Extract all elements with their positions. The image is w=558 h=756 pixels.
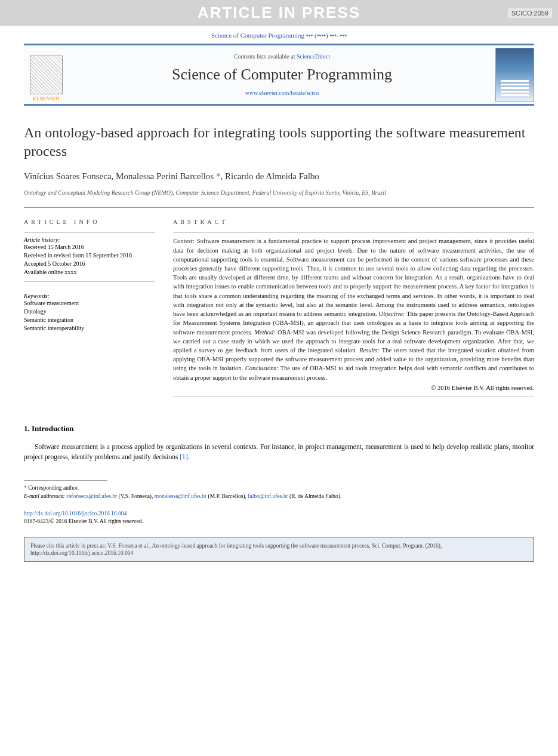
journal-reference-line: Science of Computer Programming ••• (•••…: [0, 26, 558, 44]
issn-copyright-line: 0167-6423/© 2016 Elsevier B.V. All right…: [24, 518, 534, 525]
author-1[interactable]: Vinícius Soares Fonseca: [24, 171, 112, 181]
email-addresses-footnote: E-mail addresses: vsfonseca@inf.ufes.br …: [24, 493, 534, 500]
citation-box: Please cite this article in press as: V.…: [24, 537, 534, 563]
keyword: Software measurement: [24, 299, 155, 308]
divider: [173, 396, 534, 397]
divider: [24, 207, 534, 208]
info-abstract-row: ARTICLE INFO Article history: Received 1…: [24, 219, 534, 400]
article-in-press-banner: ARTICLE IN PRESS SCICO:2059: [0, 0, 558, 26]
footnote-separator: [24, 480, 107, 481]
abstract-copyright: © 2016 Elsevier B.V. All rights reserved…: [173, 385, 534, 391]
author-list: Vinícius Soares Fonseca, Monalessa Perin…: [24, 171, 534, 182]
article-title: An ontology-based approach for integrati…: [24, 124, 534, 161]
article-info-label: ARTICLE INFO: [24, 219, 155, 225]
received-date: Received 15 March 2016: [24, 243, 155, 251]
introduction-paragraph: Software measurement is a process applie…: [24, 442, 534, 463]
contents-available-line: Contents lists available at ScienceDirec…: [76, 53, 488, 60]
elsevier-logo[interactable]: ELSEVIER: [24, 48, 69, 102]
corresponding-author-footnote: * Corresponding author.: [24, 484, 534, 492]
email-link-1[interactable]: vsfonseca@inf.ufes.br: [66, 493, 117, 499]
abstract-text: Context: Software measurement is a funda…: [173, 236, 534, 382]
keyword: Semantic integration: [24, 316, 155, 324]
doi-link[interactable]: http://dx.doi.org/10.1016/j.scico.2016.1…: [24, 510, 534, 518]
section-heading-introduction: 1. Introduction: [24, 424, 534, 434]
divider: [24, 232, 155, 233]
journal-url-link[interactable]: www.elsevier.com/locate/scico: [76, 90, 488, 96]
email-link-3[interactable]: falbo@inf.ufes.br: [248, 493, 288, 499]
citation-ref-1[interactable]: [1]: [180, 453, 187, 460]
method-label: Method:: [254, 329, 276, 336]
online-date: Available online xxxx: [24, 268, 155, 276]
keywords-label: Keywords:: [24, 293, 155, 299]
doi-block: http://dx.doi.org/10.1016/j.scico.2016.1…: [24, 510, 534, 526]
divider: [24, 281, 155, 282]
affiliation: Ontology and Conceptual Modeling Researc…: [24, 189, 534, 196]
corresponding-author-star-icon: *: [214, 171, 220, 181]
email-link-2[interactable]: monalessa@inf.ufes.br: [155, 493, 206, 499]
revised-date: Received in revised form 15 September 20…: [24, 251, 155, 260]
conclusions-label: Conclusions:: [245, 365, 278, 371]
elsevier-label: ELSEVIER: [33, 96, 59, 102]
header-center: Contents lists available at ScienceDirec…: [76, 53, 488, 96]
star-icon: *: [24, 485, 27, 491]
keyword: Semantic interoperability: [24, 324, 155, 333]
journal-header-box: ELSEVIER Contents lists available at Sci…: [24, 44, 534, 106]
journal-cover-thumbnail[interactable]: [495, 48, 534, 102]
article-info-column: ARTICLE INFO Article history: Received 1…: [24, 219, 155, 400]
accepted-date: Accepted 5 October 2016: [24, 260, 155, 268]
sciencedirect-link[interactable]: ScienceDirect: [297, 53, 330, 60]
results-label: Results:: [359, 347, 380, 354]
context-label: Context:: [173, 238, 195, 244]
article-history-label: Article history:: [24, 236, 155, 243]
divider: [173, 232, 534, 233]
abstract-column: ABSTRACT Context: Software measurement i…: [173, 219, 534, 400]
keyword: Ontology: [24, 308, 155, 316]
journal-name: Science of Computer Programming: [76, 66, 488, 84]
elsevier-tree-icon: [30, 56, 63, 94]
author-3[interactable]: Ricardo de Almeida Falbo: [225, 171, 319, 181]
article-id-tag: SCICO:2059: [508, 8, 552, 18]
author-2[interactable]: Monalessa Perini Barcellos: [116, 171, 214, 181]
banner-text: ARTICLE IN PRESS: [198, 4, 360, 21]
abstract-label: ABSTRACT: [173, 219, 534, 225]
objective-label: Objective:: [379, 311, 405, 317]
